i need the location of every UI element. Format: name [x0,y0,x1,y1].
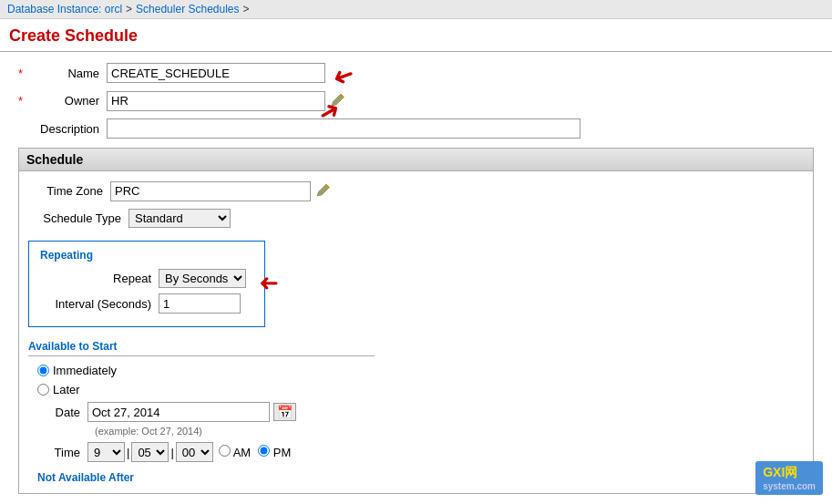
repeat-select[interactable]: By Seconds By Minutes By Hours By Days B… [159,269,246,288]
time-row: Time 9 10 11 12 | 05 10 15 30 45 | 00 [28,442,804,462]
available-to-start-section: Available to Start Immediately Later Dat… [28,340,804,462]
db-instance-link[interactable]: Database Instance: orcl [7,3,122,15]
timezone-input[interactable] [110,181,311,201]
available-to-start-title: Available to Start [28,340,375,356]
date-label: Date [37,406,87,419]
date-example: (example: Oct 27, 2014) [86,426,804,437]
name-row: * Name ➜ [18,63,814,83]
repeating-section: Repeating Repeat By Seconds By Minutes B… [28,241,265,327]
arrow-icon-1: ➜ [328,58,358,94]
not-available-after-label: Not Available After [28,471,804,484]
timezone-row: Time Zone [28,180,804,201]
description-row: * Description [18,118,814,139]
time-sep-1: | [127,446,129,459]
am-radio[interactable] [219,445,231,457]
date-input[interactable] [87,402,270,422]
pm-radio[interactable] [258,445,270,457]
breadcrumb-sep1: > [126,3,132,15]
main-form: * Name ➜ * Owner ➜ * Description Schedul… [0,52,832,504]
watermark-text: GXI网 [763,465,797,479]
time-label: Time [37,446,87,459]
time-sep-2: | [170,446,173,459]
am-label-text: AM [219,445,251,459]
timezone-edit-icon[interactable] [314,180,333,201]
pm-label-text: PM [258,445,291,459]
name-required-star: * [18,67,23,80]
interval-input[interactable] [159,293,241,314]
owner-input[interactable] [107,91,325,111]
later-label: Later [53,383,80,396]
date-row: Date 📅 [28,402,804,422]
interval-label: Interval (Seconds) [40,297,159,311]
interval-row: Interval (Seconds) [40,293,253,314]
second-select[interactable]: 00 15 30 45 [176,442,213,462]
breadcrumb: Database Instance: orcl > Scheduler Sche… [0,0,832,19]
timezone-label: Time Zone [28,184,110,198]
later-row: Later [28,383,804,396]
arrow-icon-3: ➜ [259,269,279,297]
schedule-type-label: Schedule Type [28,211,128,225]
schedule-type-select[interactable]: Standard Named Window Window Group [128,209,231,228]
minute-select[interactable]: 05 10 15 30 45 [131,442,169,462]
repeat-label: Repeat [40,272,159,285]
calendar-icon[interactable]: 📅 [273,403,296,421]
watermark: GXI网 system.com [755,461,823,495]
description-label: Description [25,122,107,136]
page-title: Create Schedule [0,19,832,52]
owner-label: Owner [25,94,107,108]
schedule-section-body: Time Zone Schedule Type Standard Named W… [18,170,814,494]
later-radio[interactable] [37,384,49,396]
schedule-section-header: Schedule [18,148,814,170]
hour-select[interactable]: 9 10 11 12 [87,442,125,462]
immediately-radio[interactable] [37,365,49,376]
repeating-title: Repeating [40,249,253,262]
watermark-sub: system.com [763,481,816,491]
repeat-row: Repeat By Seconds By Minutes By Hours By… [40,269,253,288]
name-input[interactable] [107,63,325,83]
breadcrumb-sep2: > [243,3,250,15]
owner-required-star: * [18,94,23,108]
name-label: Name [25,67,107,80]
schedule-type-row: Schedule Type Standard Named Window Wind… [28,209,804,228]
immediately-row: Immediately [28,364,804,377]
owner-row: * Owner ➜ [18,90,814,111]
immediately-label: Immediately [53,364,117,377]
scheduler-schedules-link[interactable]: Scheduler Schedules [136,3,239,15]
